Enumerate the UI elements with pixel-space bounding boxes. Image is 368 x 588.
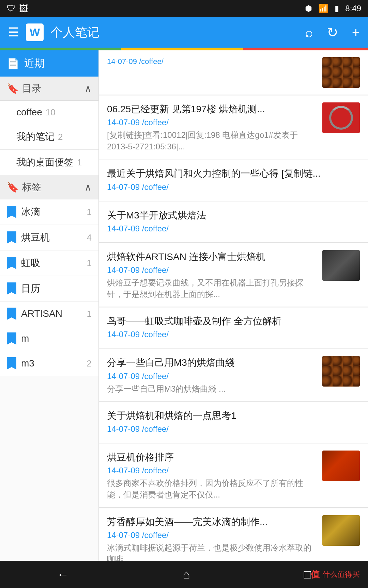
note-meta-2: 14-07-09 /coffee/ [107,182,360,192]
sidebar-tag-siphon-label: 虹吸 [21,257,40,270]
note-content-4: 烘焙软件ARTISAN 连接小富士烘焙机 14-07-09 /coffee/ 烘… [107,250,317,300]
note-snippet-6: 分享一些自己用M3的烘焙曲綫 ... [107,383,317,395]
sidebar-tag-siphon-count: 1 [87,258,92,268]
note-card-3[interactable]: 关于M3半开放式烘焙法 14-07-09 /coffee/ [99,202,368,243]
note-content-2: 最近关于烘焙风门和火力控制的一些心得 [复制链... 14-07-09 /cof… [107,167,360,194]
app-title: 个人笔记 [50,24,298,41]
note-card-5[interactable]: 鸟哥——虹吸式咖啡壶及制作 全方位解析 14-07-09 /coffee/ [99,308,368,348]
hamburger-menu-button[interactable]: ☰ [8,25,19,39]
back-button[interactable]: ← [57,567,69,582]
note-card-0[interactable]: 14-07-09 /coffee/ [99,50,368,95]
note-title-1: 06.25已经更新 见第197楼 烘焙机测... [107,102,317,116]
sidebar-item-coffee-count: 10 [46,107,56,118]
catalog-chevron-icon [85,83,92,94]
note-meta-8: 14-07-09 /coffee/ [107,466,317,475]
sidebar-tag-m3-count: 2 [87,358,92,369]
sidebar-catalog-header[interactable]: 🔖 目录 [0,77,98,101]
sidebar-recent-section[interactable]: 📄 近期 [0,50,98,77]
sidebar-item-desktop-notes[interactable]: 我的桌面便签 1 [0,150,98,175]
note-snippet-9: 冰滴式咖啡据说起源于荷兰，也是极少数使用冷水萃取的咖啡。... [107,542,317,561]
note-content-8: 烘豆机价格排序 14-07-09 /coffee/ 很多商家不喜欢价格排列，因为… [107,451,317,500]
sidebar-tag-artisan-label: ARTISAN [21,308,62,319]
note-snippet-8: 很多商家不喜欢价格排列，因为价格反应不了所有的性能，但是消费者也肯定不仅仅... [107,477,317,500]
sidebar-tag-roaster[interactable]: 烘豆机 4 [0,225,98,250]
refresh-icon[interactable]: ↻ [327,24,338,40]
sidebar-tag-calendar[interactable]: 日历 [0,276,98,301]
header-actions: ⌕ ↻ + [305,24,360,40]
note-content-3: 关于M3半开放式烘焙法 14-07-09 /coffee/ [107,209,360,235]
sidebar: 📄 近期 🔖 目录 coffee 10 我的笔记 2 我的桌面便签 1 [0,50,99,561]
note-content-1: 06.25已经更新 见第197楼 烘焙机测... 14-07-09 /coffe… [107,102,317,152]
note-title-9: 芳香醇厚如美酒——完美冰滴的制作... [107,515,317,528]
note-thumbnail-6 [322,356,360,387]
sidebar-item-mynotes-count: 2 [58,132,63,142]
search-icon[interactable]: ⌕ [305,25,313,40]
add-button[interactable]: + [352,25,360,40]
note-meta-4: 14-07-09 /coffee/ [107,265,317,275]
sidebar-tags-header[interactable]: 🔖 标签 [0,175,98,199]
sidebar-tag-artisan[interactable]: ARTISAN 1 [0,301,98,326]
note-title-2: 最近关于烘焙风门和火力控制的一些心得 [复制链... [107,167,360,180]
recent-icon: 📄 [7,58,19,69]
note-content-5: 鸟哥——虹吸式咖啡壶及制作 全方位解析 14-07-09 /coffee/ [107,314,360,341]
sidebar-tag-icedrop[interactable]: 冰滴 1 [0,199,98,225]
tag-bookmark-icon [7,257,16,269]
note-thumbnail-0 [322,57,360,88]
note-content-0: 14-07-09 /coffee/ [107,57,317,68]
bottom-nav: ← ⌂ □ 值 什么值得买 [0,561,368,588]
note-snippet-1: [复制链接]查看:10012|回复:198 电梯直达go1#发表于2013-5-… [107,129,317,152]
tag-bookmark-icon [7,206,16,218]
status-bar: 🛡 🖼 ⬢ 📶 ▮ 8:49 [0,0,368,17]
note-title-7: 关于烘焙机和烘焙的一点思考1 [107,409,360,422]
note-card-7[interactable]: 关于烘焙机和烘焙的一点思考1 14-07-09 /coffee/ [99,402,368,443]
note-title-6: 分享一些自己用M3的烘焙曲綫 [107,356,317,369]
shield-icon: 🛡 [7,3,16,14]
note-thumbnail-1 [322,102,360,133]
catalog-icon: 🔖 [7,83,19,94]
home-button[interactable]: ⌂ [183,567,190,582]
note-meta-0: 14-07-09 /coffee/ [107,57,317,66]
sidebar-tag-siphon[interactable]: 虹吸 1 [0,250,98,276]
note-title-8: 烘豆机价格排序 [107,451,317,464]
note-meta-1: 14-07-09 /coffee/ [107,118,317,127]
sidebar-item-coffee[interactable]: coffee 10 [0,101,98,124]
sidebar-tag-m-label: m [21,333,29,344]
note-thumbnail-4 [322,250,360,281]
sidebar-tags-label: 标签 [22,181,41,194]
brand-icon: 值 [311,569,320,581]
color-strip [0,48,368,50]
sidebar-tag-m3[interactable]: m3 2 [0,351,98,376]
tags-icon: 🔖 [7,182,19,193]
note-title-5: 鸟哥——虹吸式咖啡壶及制作 全方位解析 [107,314,360,328]
wifi-icon: 📶 [318,4,328,13]
brand-text: 什么值得买 [322,569,360,579]
note-title-3: 关于M3半开放式烘焙法 [107,209,360,222]
sidebar-tag-roaster-label: 烘豆机 [21,231,50,244]
note-content-9: 芳香醇厚如美酒——完美冰滴的制作... 14-07-09 /coffee/ 冰滴… [107,515,317,561]
sidebar-tag-m[interactable]: m [0,326,98,351]
note-thumbnail-8 [322,451,360,481]
sidebar-catalog-label: 目录 [22,82,41,95]
note-content-6: 分享一些自己用M3的烘焙曲綫 14-07-09 /coffee/ 分享一些自己用… [107,356,317,394]
bluetooth-icon: ⬢ [305,4,312,13]
sidebar-tag-icedrop-label: 冰滴 [21,206,40,218]
sidebar-item-mynotes[interactable]: 我的笔记 2 [0,124,98,150]
tag-bookmark-icon [7,231,16,244]
app-header: ☰ W 个人笔记 ⌕ ↻ + [0,17,368,48]
main-content: 📄 近期 🔖 目录 coffee 10 我的笔记 2 我的桌面便签 1 [0,50,368,561]
note-snippet-4: 烘焙豆子想要记录曲线，又不用在机器上面打孔另接探针，于是想到在机器上面的探... [107,277,317,300]
note-card-1[interactable]: 06.25已经更新 见第197楼 烘焙机测... 14-07-09 /coffe… [99,96,368,159]
time-display: 8:49 [345,4,361,13]
note-card-9[interactable]: 芳香醇厚如美酒——完美冰滴的制作... 14-07-09 /coffee/ 冰滴… [99,508,368,561]
battery-icon: ▮ [335,4,339,13]
note-title-4: 烘焙软件ARTISAN 连接小富士烘焙机 [107,250,317,263]
note-card-4[interactable]: 烘焙软件ARTISAN 连接小富士烘焙机 14-07-09 /coffee/ 烘… [99,243,368,307]
recents-button[interactable]: □ [304,567,311,582]
sidebar-tag-icedrop-count: 1 [87,207,92,217]
notes-list: 14-07-09 /coffee/ 06.25已经更新 见第197楼 烘焙机测.… [99,50,368,561]
note-card-6[interactable]: 分享一些自己用M3的烘焙曲綫 14-07-09 /coffee/ 分享一些自己用… [99,349,368,402]
note-card-2[interactable]: 最近关于烘焙风门和火力控制的一些心得 [复制链... 14-07-09 /cof… [99,160,368,201]
note-card-8[interactable]: 烘豆机价格排序 14-07-09 /coffee/ 很多商家不喜欢价格排列，因为… [99,444,368,507]
sidebar-item-mynotes-label: 我的笔记 [16,130,55,143]
note-meta-7: 14-07-09 /coffee/ [107,424,360,434]
